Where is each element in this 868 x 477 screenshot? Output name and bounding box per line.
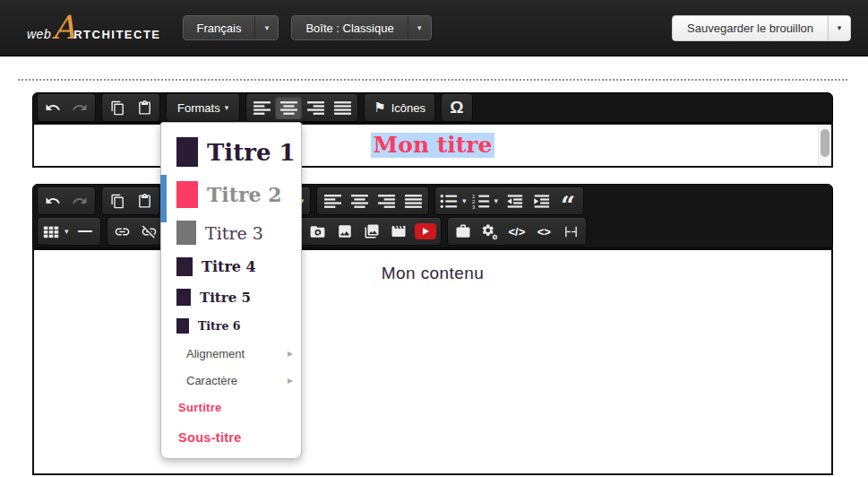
clipboard-group — [101, 186, 160, 215]
list-indent-group: ▾ 123 ▾ “ — [434, 186, 584, 215]
menu-item-label: Alignement — [186, 347, 245, 360]
blockquote-button[interactable]: “ — [554, 189, 581, 212]
align-left-icon — [254, 100, 271, 116]
box-select-label[interactable]: Boîte : Classique — [292, 16, 407, 39]
menu-item-sous-titre[interactable]: Sous-titre — [161, 421, 301, 454]
align-right-button[interactable] — [302, 96, 329, 119]
settings-button[interactable] — [477, 220, 503, 243]
bullet-list-button[interactable]: ▾ — [437, 189, 469, 212]
justify-button[interactable] — [400, 189, 426, 212]
briefcase-button[interactable] — [450, 220, 477, 243]
youtube-button[interactable] — [412, 220, 439, 243]
code-icon: </> — [509, 225, 526, 238]
copy-button[interactable] — [104, 96, 131, 119]
body-text[interactable]: Mon contenu — [382, 264, 484, 282]
undo-button[interactable] — [39, 189, 66, 212]
caret-down-icon[interactable]: ▾ — [254, 16, 278, 39]
scrollbar-thumb[interactable] — [821, 129, 829, 157]
copy-button[interactable] — [104, 189, 131, 212]
menu-item-surtitre[interactable]: Surtitre — [161, 394, 301, 421]
link-icon — [114, 223, 131, 240]
selected-title-text[interactable]: Mon titre — [371, 133, 495, 159]
justify-icon — [405, 194, 422, 209]
save-draft-button[interactable]: Sauvegarder le brouillon ▾ — [672, 15, 851, 41]
title-editor-content[interactable]: Mon titre — [32, 123, 833, 168]
justify-icon — [334, 100, 351, 116]
paste-button[interactable] — [131, 96, 158, 119]
align-right-icon — [378, 194, 395, 209]
unlink-icon — [141, 223, 158, 240]
save-draft-label[interactable]: Sauvegarder le brouillon — [673, 16, 828, 40]
table-icon — [42, 224, 60, 239]
youtube-icon — [415, 223, 436, 239]
source-code-button[interactable]: <> — [530, 220, 557, 243]
horizontal-rule-icon — [78, 230, 92, 232]
link-button[interactable] — [109, 220, 136, 243]
format-preview-block — [176, 257, 193, 276]
unlink-button[interactable] — [136, 220, 163, 243]
menu-item-titre-6[interactable]: Titre 6 — [161, 312, 301, 340]
undo-icon — [45, 100, 61, 116]
paste-button[interactable] — [131, 189, 158, 212]
justify-button[interactable] — [329, 96, 356, 119]
browse-media-button[interactable] — [305, 220, 331, 243]
redo-icon — [72, 100, 88, 116]
title-editor: Formats ▾ ⚑ — [32, 92, 833, 168]
topbar: web A RTCHITECTE Français ▾ Boîte : Clas… — [0, 0, 868, 56]
logo: web A RTCHITECTE — [27, 14, 161, 41]
gallery-icon — [364, 223, 380, 239]
body-toolbar-row2: ▾ — [37, 217, 829, 246]
align-left-button[interactable] — [248, 96, 275, 119]
redo-button[interactable] — [66, 189, 93, 212]
language-select-button[interactable]: Français ▾ — [183, 15, 279, 40]
format-preview-block — [176, 221, 196, 245]
align-left-button[interactable] — [319, 189, 346, 212]
outdent-button[interactable] — [501, 189, 528, 212]
numbered-list-button[interactable]: 123 ▾ — [469, 189, 502, 212]
menu-item-label: Titre 3 — [205, 223, 263, 243]
menu-item-titre-2[interactable]: Titre 2 — [161, 174, 301, 214]
caret-down-icon: ▾ — [462, 196, 467, 205]
language-select-label[interactable]: Français — [184, 16, 255, 39]
video-icon — [391, 223, 407, 239]
indent-button[interactable] — [528, 189, 554, 212]
body-editor: A ▾ ▾ — [32, 184, 833, 475]
align-right-button[interactable] — [373, 189, 400, 212]
video-button[interactable] — [385, 220, 412, 243]
gallery-button[interactable] — [358, 220, 385, 243]
menu-item-titre-5[interactable]: Titre 5 — [161, 282, 301, 312]
code-button[interactable]: </> — [503, 220, 531, 243]
caret-down-icon: ▾ — [225, 103, 229, 112]
undo-button[interactable] — [39, 96, 66, 119]
body-editor-content[interactable]: Mon contenu — [32, 248, 833, 475]
menu-item-titre-3[interactable]: Titre 3 — [161, 214, 301, 251]
flag-icon: ⚑ — [374, 100, 385, 116]
align-center-button[interactable] — [346, 189, 373, 212]
special-character-button[interactable]: Ω — [443, 96, 470, 119]
page-break-button[interactable] — [557, 220, 584, 243]
icones-group: ⚑ Icônes — [364, 93, 435, 122]
icones-button[interactable]: ⚑ Icônes — [366, 96, 433, 119]
menu-item-caractere[interactable]: Caractère ▸ — [161, 367, 301, 394]
box-select-button[interactable]: Boîte : Classique ▾ — [291, 15, 431, 40]
caret-down-icon[interactable]: ▾ — [408, 16, 431, 39]
align-center-button[interactable] — [275, 96, 302, 119]
outdent-icon — [505, 194, 523, 209]
redo-icon — [72, 193, 88, 209]
horizontal-rule-button[interactable] — [72, 220, 99, 243]
image-button[interactable] — [331, 220, 358, 243]
paste-icon — [137, 100, 152, 116]
caret-down-icon: ▾ — [64, 227, 69, 236]
caret-glyph: ▾ — [265, 23, 270, 32]
menu-item-titre-1[interactable]: Titre 1 — [161, 130, 301, 174]
caret-down-icon: ▾ — [494, 196, 499, 205]
menu-item-alignement[interactable]: Alignement ▸ — [161, 340, 301, 367]
title-editor-scrollbar[interactable] — [818, 125, 831, 166]
formats-dropdown-button[interactable]: Formats ▾ — [168, 96, 237, 119]
caret-down-icon[interactable]: ▾ — [828, 16, 850, 40]
menu-item-titre-4[interactable]: Titre 4 — [161, 251, 301, 282]
menu-item-label: Surtitre — [178, 401, 222, 414]
redo-button[interactable] — [66, 96, 93, 119]
table-button[interactable]: ▾ — [39, 220, 72, 243]
menu-item-label: Titre 5 — [200, 290, 251, 306]
